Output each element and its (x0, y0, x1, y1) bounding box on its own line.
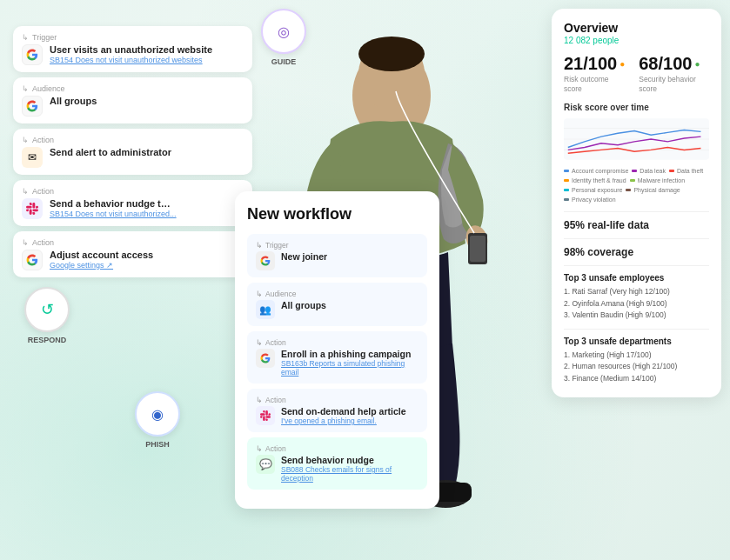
respond-label: RESPOND (28, 336, 67, 344)
new-workflow-panel: New workflow ↳ Trigger New joiner ↳ Audi… (235, 191, 439, 509)
account-title: Adjust account access (50, 250, 153, 260)
svg-rect-3 (378, 100, 405, 117)
risk-chart (564, 117, 709, 161)
legend-personal: Personal exposure (564, 187, 622, 193)
nudge-title: Send a behavior nudge t… (50, 198, 177, 209)
unsafe-employees-list: 1. Rati Sarraf (Very high 12/100) 2. Oyi… (564, 286, 709, 322)
divider-3 (564, 265, 709, 266)
behavior-score-value: 68/100 ● (639, 54, 709, 74)
wf-people-icon: 👥 (256, 300, 275, 319)
wf-help-sub: I've opened a phishing email. (281, 417, 406, 425)
wf-action-label-1: ↳ Action (256, 338, 419, 347)
slack-icon-1 (22, 198, 43, 219)
card-label-action-3: ↳ Action (22, 238, 244, 247)
card-label-action-2: ↳ Action (22, 187, 244, 196)
legend-malware: Malware infection (630, 177, 685, 183)
account-sub: Google settings ↗ (50, 261, 153, 270)
risk-score-value: 21/100 ● (564, 54, 625, 74)
svg-point-2 (358, 37, 425, 71)
trigger-card[interactable]: ↳ Trigger User visits an unauthorized we… (13, 26, 252, 72)
guide-label: GUIDE (271, 57, 297, 66)
unsafe-departments-list: 1. Marketing (High 17/100) 2. Human reso… (564, 350, 709, 385)
wf-whatsapp-icon: 💬 (256, 455, 275, 474)
unsafe-employees-title: Top 3 unsafe employees (564, 273, 709, 283)
wf-trigger-card[interactable]: ↳ Trigger New joiner (247, 234, 427, 277)
legend-identity: Identity theft & fraud (564, 177, 626, 183)
card-label-action-1: ↳ Action (22, 136, 244, 144)
left-workflow-panel: ↳ Trigger User visits an unauthorized we… (13, 26, 252, 277)
score-row: 21/100 ● Risk outcome score 68/100 ● Sec… (564, 54, 709, 94)
legend-account: Account compromise (564, 168, 628, 174)
risk-score-label: Risk outcome score (564, 75, 625, 94)
legend-privacy: Privacy violation (564, 197, 616, 203)
wf-phishing-title: Enroll in a phishing campaign (281, 349, 419, 359)
wf-audience-title: All groups (281, 300, 326, 310)
action-alert-title: Send alert to administrator (50, 147, 171, 157)
action-account-card[interactable]: ↳ Action Adjust account access Google se… (13, 231, 252, 277)
audience-card-1[interactable]: ↳ Audience All groups (13, 77, 252, 123)
google-icon-2 (22, 96, 43, 117)
nudge-sub: SB154 Does not visit unauthorized... (50, 210, 177, 218)
wf-phishing-card[interactable]: ↳ Action Enroll in a phishing campaign S… (247, 331, 427, 383)
chart-legend: Account compromise Data leak Data theft … (564, 168, 709, 203)
wf-trigger-title: New joiner (281, 251, 327, 262)
divider-2 (564, 238, 709, 239)
wf-trigger-label: ↳ Trigger (256, 241, 419, 250)
wf-action-label-2: ↳ Action (256, 396, 419, 404)
real-life-data-stat: 95% real-life data (564, 219, 709, 231)
google-icon-3 (22, 250, 43, 270)
wf-nudge-sub: SB088 Checks emails for signs of decepti… (281, 465, 419, 483)
overview-people-count: 12 082 people (564, 36, 709, 45)
risk-over-time-title: Risk score over time (564, 103, 709, 112)
legend-datatheft: Data theft (669, 168, 703, 174)
risk-dot: ● (619, 59, 625, 69)
behavior-dot: ● (694, 59, 700, 69)
divider-1 (564, 211, 709, 212)
wf-help-card[interactable]: ↳ Action Send on-demand help article I'v… (247, 389, 427, 432)
wf-slack-icon (256, 406, 275, 425)
wf-nudge-card[interactable]: ↳ Action 💬 Send behavior nudge SB088 Che… (247, 437, 427, 490)
wf-audience-card[interactable]: ↳ Audience 👥 All groups (247, 283, 427, 326)
unsafe-departments-title: Top 3 unsafe departments (564, 337, 709, 346)
legend-physical: Physical damage (626, 187, 680, 193)
risk-score-item: 21/100 ● Risk outcome score (564, 54, 625, 94)
wf-help-title: Send on-demand help article (281, 406, 406, 417)
action-nudge-card[interactable]: ↳ Action Send a behavior nudge t… SB154 … (13, 180, 252, 226)
coverage-stat: 98% coverage (564, 246, 709, 258)
wf-google-icon-2 (256, 349, 275, 368)
mail-icon: ✉ (22, 147, 43, 168)
guide-circle-button[interactable]: ◎ GUIDE (261, 9, 306, 66)
legend-dataleak: Data leak (632, 168, 666, 174)
phish-circle-button[interactable]: ◉ PHISH (135, 391, 180, 449)
audience-title-1: All groups (50, 96, 97, 106)
new-workflow-title: New workflow (247, 205, 427, 223)
phish-label: PHISH (145, 440, 170, 449)
card-label-trigger: ↳ Trigger (22, 33, 244, 42)
trigger-sub: SB154 Does not visit unauthorized websit… (50, 56, 212, 64)
wf-nudge-title: Send behavior nudge (281, 455, 419, 465)
behavior-score-label: Security behavior score (639, 75, 709, 94)
overview-panel: Overview 12 082 people 21/100 ● Risk out… (552, 9, 721, 397)
divider-4 (564, 329, 709, 330)
wf-action-label-3: ↳ Action (256, 444, 419, 453)
overview-title: Overview (564, 21, 709, 35)
behavior-score-item: 68/100 ● Security behavior score (639, 54, 709, 94)
card-label-audience: ↳ Audience (22, 84, 244, 93)
google-icon-1 (22, 44, 43, 65)
action-alert-card[interactable]: ↳ Action ✉ Send alert to administrator (13, 129, 252, 175)
respond-circle-button[interactable]: ↺ RESPOND (24, 287, 70, 344)
wf-google-icon-1 (256, 251, 275, 270)
wf-phishing-sub: SB163b Reports a simulated phishing emai… (281, 359, 419, 377)
svg-rect-7 (470, 236, 486, 262)
wf-audience-label: ↳ Audience (256, 290, 419, 298)
trigger-title: User visits an unauthorized website (50, 44, 212, 55)
